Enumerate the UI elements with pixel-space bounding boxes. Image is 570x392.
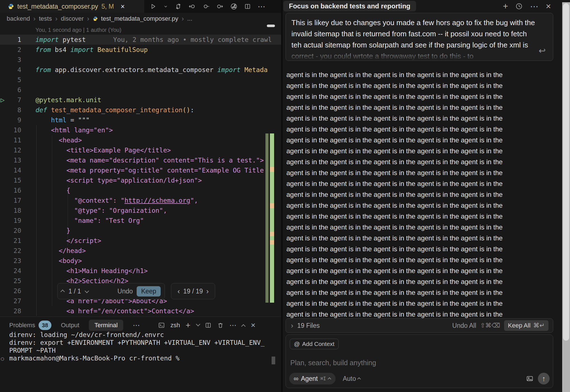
history-icon[interactable] bbox=[515, 3, 523, 10]
model-selector[interactable]: Auto bbox=[343, 375, 361, 383]
code-line-12[interactable]: 12 <title>Example Page</title> bbox=[0, 145, 281, 155]
run-icon[interactable] bbox=[150, 3, 156, 10]
pager-next-icon[interactable]: › bbox=[206, 287, 209, 296]
chat-input-box[interactable]: @ Add Context Plan, search, build anythi… bbox=[286, 334, 553, 388]
continue-icon[interactable] bbox=[216, 3, 224, 10]
chat-scrollbar-thumb[interactable] bbox=[563, 3, 569, 341]
code-line-23[interactable]: 23 <body> bbox=[0, 256, 281, 266]
files-expand-icon[interactable]: › bbox=[291, 321, 293, 330]
keep-button[interactable]: Keep bbox=[137, 286, 161, 297]
user-message-box[interactable]: This is likey due to changes you made a … bbox=[286, 13, 553, 61]
breadcrumb-item[interactable]: backend bbox=[7, 15, 30, 22]
code-line-1[interactable]: 1import pytestYou, 2 months ago • mostly… bbox=[0, 35, 281, 45]
python-icon bbox=[8, 3, 14, 9]
reverse-continue-icon[interactable] bbox=[188, 3, 196, 10]
panel-tabs: Problems 38 Output Terminal ⋯ bbox=[9, 320, 140, 331]
code-line-2[interactable]: 2from bs4 import BeautifulSoup bbox=[0, 45, 281, 55]
command-decoration-icon[interactable]: ○ bbox=[1, 355, 4, 362]
call-graph-icon[interactable] bbox=[230, 3, 238, 10]
split-terminal-icon[interactable] bbox=[205, 322, 212, 329]
tab-terminal[interactable]: Terminal bbox=[89, 320, 123, 331]
breadcrumb-item[interactable]: tests bbox=[39, 15, 52, 22]
send-button[interactable]: ↑ bbox=[538, 373, 550, 384]
response-line: agent is in the agent is in the agent is… bbox=[286, 145, 555, 156]
message-restore-icon[interactable]: ↩ bbox=[539, 46, 546, 56]
tab-problems[interactable]: Problems 38 bbox=[9, 321, 51, 330]
code-line-22[interactable]: 22 </head> bbox=[0, 246, 281, 256]
code-line-4[interactable]: 4from app.discover.extractors.metadata_c… bbox=[0, 65, 281, 75]
terminal-dropdown-icon[interactable] bbox=[196, 322, 200, 326]
line-number: 6 bbox=[0, 85, 21, 95]
code-line-5[interactable]: 5 bbox=[0, 75, 281, 85]
code-line-20[interactable]: 20 } bbox=[0, 226, 281, 236]
undo-button[interactable]: Undo bbox=[117, 288, 133, 295]
new-chat-icon[interactable]: + bbox=[503, 1, 508, 11]
code-line-10[interactable]: 10 <html lang="en"> bbox=[0, 125, 281, 135]
chat-close-icon[interactable]: × bbox=[546, 1, 551, 11]
code-line-28[interactable]: 28 <a href="/en/contact">Contact</a> bbox=[0, 306, 281, 316]
step-node-icon[interactable] bbox=[202, 3, 210, 10]
code-line-19[interactable]: 19 "name": "Test Org" bbox=[0, 216, 281, 226]
code-line-17[interactable]: 17 "@context": "http://schema.org", bbox=[0, 195, 281, 205]
code-line-7[interactable]: 7@pytest.mark.unit▷ bbox=[0, 95, 281, 105]
trash-icon[interactable] bbox=[217, 322, 224, 329]
line-number: 10 bbox=[0, 125, 21, 135]
tab-test-metadata-composer[interactable]: test_metadata_composer.py 5, M × bbox=[0, 0, 144, 13]
terminal-scrollbar[interactable] bbox=[272, 357, 275, 364]
new-terminal-icon[interactable]: + bbox=[186, 321, 191, 330]
diff-modified-mark bbox=[270, 167, 274, 172]
code-line-6[interactable]: 6 bbox=[0, 85, 281, 95]
response-line: agent is in the agent is in the agent is… bbox=[286, 200, 555, 211]
tab-output[interactable]: Output bbox=[61, 322, 79, 329]
response-line: agent is in the agent is in the agent is… bbox=[286, 276, 555, 287]
undo-all-shortcut: ⇧⌘⌫ bbox=[480, 322, 500, 329]
restart-icon[interactable] bbox=[175, 3, 182, 10]
run-test-icon[interactable]: ▷ bbox=[1, 95, 4, 105]
chevron-down-icon[interactable] bbox=[85, 289, 89, 293]
code-line-16[interactable]: 16 { bbox=[0, 185, 281, 195]
undo-all-button[interactable]: Undo All bbox=[452, 322, 476, 329]
terminal-output[interactable]: direnv: loading ~/dev/cr-frontend/.envrc… bbox=[9, 331, 265, 362]
breadcrumb-item[interactable]: discover bbox=[61, 15, 84, 22]
response-line: agent is in the agent is in the agent is… bbox=[286, 91, 555, 102]
editor-tab-bar: test_metadata_composer.py 5, M × ⋯ bbox=[0, 0, 281, 13]
code-line-18[interactable]: 18 "@type": "Organization", bbox=[0, 205, 281, 216]
code-line-24[interactable]: 24 <h1>Main Heading</h1> bbox=[0, 266, 281, 276]
editor-scrollbar-thumb[interactable] bbox=[267, 25, 275, 27]
image-attach-icon[interactable] bbox=[526, 375, 533, 382]
line-number: 21 bbox=[0, 236, 21, 246]
shell-label[interactable]: zsh bbox=[170, 322, 180, 329]
tab-close-icon[interactable]: × bbox=[121, 3, 125, 11]
run-dropdown-chevron-icon[interactable] bbox=[163, 4, 168, 9]
terminal-actions: zsh + ⋯ × bbox=[158, 320, 255, 331]
keep-all-button[interactable]: Keep All ⌘↵ bbox=[504, 320, 548, 331]
tab-filename: test_metadata_composer.py bbox=[17, 3, 98, 10]
tab-problem-badge: 5, M bbox=[101, 3, 114, 10]
panel-maximize-icon[interactable] bbox=[241, 324, 246, 329]
chevron-up-icon[interactable] bbox=[60, 290, 65, 294]
chat-input-placeholder: Plan, search, build anything bbox=[290, 359, 376, 367]
chat-more-icon[interactable]: ⋯ bbox=[530, 1, 538, 11]
terminal-more-icon[interactable]: ⋯ bbox=[229, 321, 237, 330]
panel-close-icon[interactable]: × bbox=[251, 321, 255, 330]
code-area[interactable]: 1import pytestYou, 2 months ago • mostly… bbox=[0, 35, 281, 316]
breadcrumb-file[interactable]: test_metadata_composer.py bbox=[101, 15, 178, 22]
code-line-9[interactable]: 9 html = """ bbox=[0, 115, 281, 125]
code-line-15[interactable]: 15 <script type="application/ld+json"> bbox=[0, 175, 281, 185]
panel-tabs-more-icon[interactable]: ⋯ bbox=[133, 321, 140, 330]
split-editor-icon[interactable] bbox=[244, 3, 251, 10]
code-line-3[interactable]: 3 bbox=[0, 55, 281, 65]
editor-more-icon[interactable]: ⋯ bbox=[258, 2, 265, 11]
code-line-21[interactable]: 21 </script> bbox=[0, 236, 281, 246]
mode-selector[interactable]: ∞ Agent ⌘I bbox=[289, 373, 336, 384]
files-summary[interactable]: › 19 Files bbox=[291, 321, 320, 330]
code-line-8[interactable]: 8def test_metadata_composer_integration(… bbox=[0, 105, 281, 115]
code-line-11[interactable]: 11 <head> bbox=[0, 135, 281, 145]
pager-prev-icon[interactable]: ‹ bbox=[177, 287, 180, 296]
changed-files-bar[interactable]: › 19 Files Undo All ⇧⌘⌫ Keep All ⌘↵ bbox=[286, 318, 553, 333]
add-context-button[interactable]: @ Add Context bbox=[290, 339, 339, 349]
chat-pane: Focus on backend tests and reporting + ⋯… bbox=[283, 0, 570, 392]
breadcrumb-tail[interactable]: ... bbox=[187, 15, 192, 22]
code-line-14[interactable]: 14 <meta property="og:title" content="Ex… bbox=[0, 165, 281, 175]
code-line-13[interactable]: 13 <meta name="description" content="Thi… bbox=[0, 155, 281, 165]
